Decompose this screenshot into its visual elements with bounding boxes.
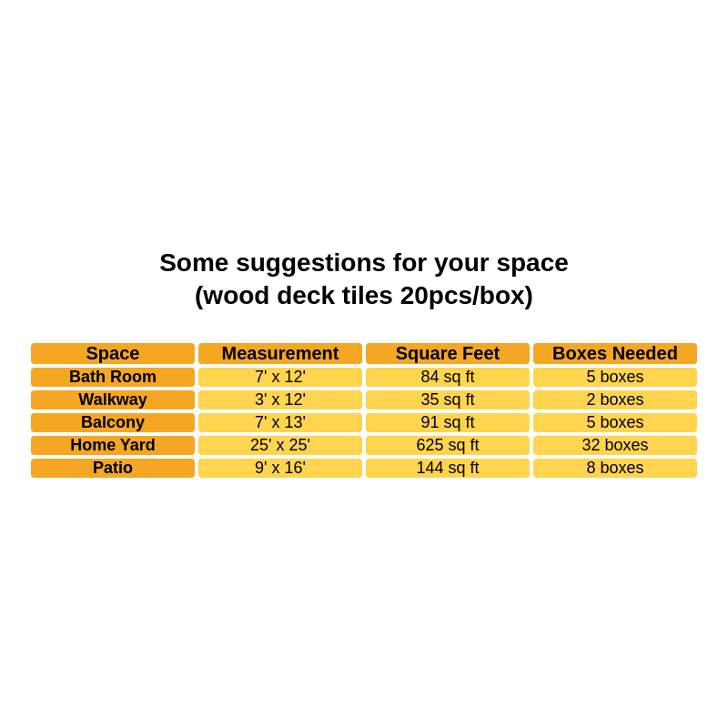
cell-sqft: 144 sq ft <box>366 459 530 478</box>
cell-space: Patio <box>31 459 195 478</box>
cell-space: Balcony <box>31 413 195 432</box>
cell-measurement: 7' x 12' <box>198 368 362 387</box>
cell-sqft: 35 sq ft <box>366 390 530 410</box>
table-row: Balcony7' x 13'91 sq ft5 boxes <box>31 413 697 432</box>
cell-boxes: 2 boxes <box>533 390 697 410</box>
cell-sqft: 91 sq ft <box>366 413 530 432</box>
cell-space: Walkway <box>31 390 195 410</box>
suggestions-table: Space Measurement Square Feet Boxes Need… <box>27 339 701 481</box>
header-space: Space <box>31 343 195 364</box>
header-sqft: Square Feet <box>366 343 530 364</box>
table-header-row: Space Measurement Square Feet Boxes Need… <box>31 343 697 364</box>
header-boxes: Boxes Needed <box>533 343 697 364</box>
cell-measurement: 7' x 13' <box>198 413 362 432</box>
cell-boxes: 5 boxes <box>533 368 697 387</box>
table-row: Walkway3' x 12'35 sq ft2 boxes <box>31 390 697 410</box>
cell-sqft: 625 sq ft <box>366 436 530 455</box>
page-title: Some suggestions for your space (wood de… <box>159 247 569 313</box>
cell-measurement: 9' x 16' <box>198 459 362 478</box>
cell-measurement: 3' x 12' <box>198 390 362 410</box>
table-row: Bath Room7' x 12'84 sq ft5 boxes <box>31 368 697 387</box>
cell-boxes: 32 boxes <box>533 436 697 455</box>
cell-sqft: 84 sq ft <box>366 368 530 387</box>
cell-boxes: 5 boxes <box>533 413 697 432</box>
cell-space: Home Yard <box>31 436 195 455</box>
page-container: Some suggestions for your space (wood de… <box>9 228 719 500</box>
cell-boxes: 8 boxes <box>533 459 697 478</box>
cell-space: Bath Room <box>31 368 195 387</box>
table-row: Patio9' x 16'144 sq ft8 boxes <box>31 459 697 478</box>
table-row: Home Yard25' x 25'625 sq ft32 boxes <box>31 436 697 455</box>
cell-measurement: 25' x 25' <box>198 436 362 455</box>
header-measurement: Measurement <box>198 343 362 364</box>
